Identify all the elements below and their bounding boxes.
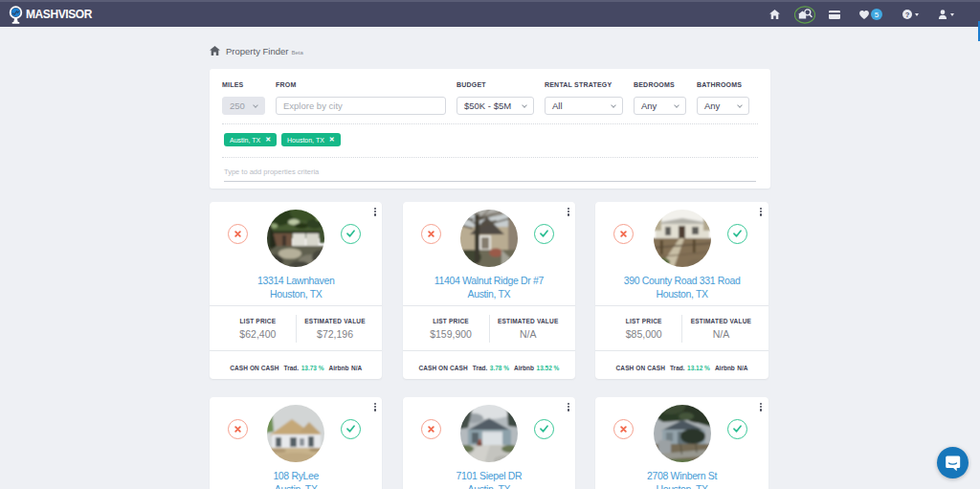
- svg-text:?: ?: [904, 11, 909, 19]
